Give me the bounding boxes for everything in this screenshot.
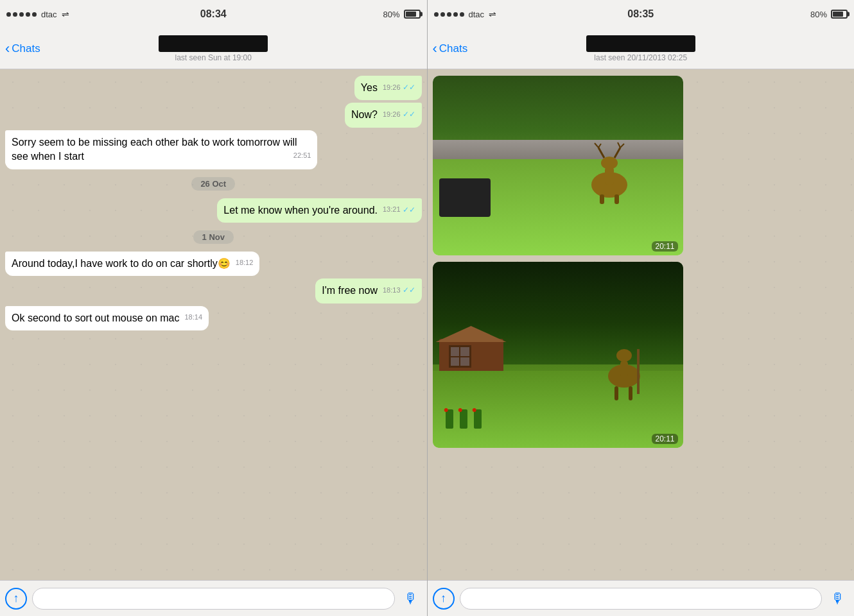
date-pill-26oct: 26 Oct: [191, 177, 235, 191]
bin-1: [439, 178, 491, 217]
message-row-img2: 20:11: [433, 262, 850, 448]
bubble-text-now: Now?: [351, 109, 378, 120]
left-nav-center: last seen Sun at 19:00: [159, 35, 268, 62]
signal-dot-3: [19, 12, 24, 17]
signal-dots: [6, 12, 37, 17]
date-separator-1nov: 1 Nov: [5, 230, 422, 244]
battery-pct-left: 80%: [383, 10, 399, 19]
left-back-button[interactable]: ‹ Chats: [5, 42, 40, 56]
svg-rect-14: [614, 386, 618, 400]
right-upload-button[interactable]: ↑: [433, 588, 455, 610]
message-row-sorry: Sorry seem to be missing each other bak …: [5, 130, 422, 169]
right-last-seen: last seen 20/11/2013 02:25: [594, 53, 687, 62]
signal-dot-2: [13, 12, 17, 17]
svg-rect-1: [605, 167, 614, 185]
back-chevron-right: ‹: [433, 42, 437, 56]
message-row-img1: 20:11: [433, 76, 850, 255]
r-signal-dot-5: [460, 12, 464, 17]
bubble-text-free: I'm free now: [322, 285, 378, 296]
left-mic-button[interactable]: 🎙: [400, 588, 422, 610]
bubble-sorry: Sorry seem to be missing each other bak …: [5, 130, 317, 169]
svg-point-2: [601, 157, 618, 169]
svg-line-10: [620, 144, 624, 148]
bubble-text-sorry: Sorry seem to be missing each other bak …: [12, 137, 297, 162]
message-row-oksecond: Ok second to sort out mouse on mac 18:14: [5, 306, 422, 330]
battery-icon-left: [404, 10, 421, 19]
right-input-bar: ↑ 🎙: [428, 580, 855, 616]
shed-window: [449, 345, 471, 368]
right-back-button[interactable]: ‹ Chats: [433, 42, 468, 56]
signal-dot-4: [26, 12, 30, 17]
carrier-name-right: dtac: [469, 10, 485, 19]
svg-rect-12: [620, 361, 628, 377]
bubble-oksecond: Ok second to sort out mouse on mac 18:14: [5, 306, 209, 330]
bubble-meta-letmeknow: 13:21 ✓✓: [383, 205, 415, 216]
bubble-text-yes: Yes: [361, 82, 378, 93]
bubble-now: Now? 19:26 ✓✓: [345, 103, 421, 127]
right-mic-button[interactable]: 🎙: [827, 588, 849, 610]
battery-icon-right: [831, 10, 848, 19]
signal-dot-5: [32, 12, 37, 17]
check-now: ✓✓: [403, 109, 415, 120]
r-signal-dot-2: [440, 12, 445, 17]
flower-1: [446, 409, 453, 429]
signal-dot-1: [6, 12, 11, 17]
svg-rect-4: [614, 194, 619, 204]
svg-line-7: [598, 144, 601, 148]
flower-3: [474, 409, 482, 429]
left-last-seen: last seen Sun at 19:00: [175, 53, 252, 62]
mic-icon-right: 🎙: [831, 590, 845, 607]
right-text-input[interactable]: [460, 588, 823, 610]
message-row-yes: Yes 19:26 ✓✓: [5, 76, 422, 100]
right-status-right: 80%: [810, 10, 848, 19]
check-yes: ✓✓: [403, 82, 415, 93]
bubble-meta-free: 18:13 ✓✓: [383, 285, 415, 296]
r-signal-dot-3: [447, 12, 451, 17]
left-phone-panel: dtac ⇌ 08:34 80% ‹ Chats last seen Sun a…: [0, 0, 427, 616]
back-label-right: Chats: [439, 42, 467, 55]
carrier-name-left: dtac: [41, 10, 57, 19]
r-signal-dot-4: [453, 12, 458, 17]
flowers-2: [446, 409, 482, 429]
bubble-meta-sorry: 22:51: [293, 151, 311, 160]
message-row-around: Around today,I have work to do on car sh…: [5, 252, 422, 276]
left-chat-area: Yes 19:26 ✓✓ Now? 19:26 ✓✓ Sorry seem to…: [0, 69, 427, 580]
battery-fill-right: [833, 12, 843, 17]
svg-line-6: [595, 143, 598, 148]
svg-line-5: [598, 148, 604, 158]
left-upload-button[interactable]: ↑: [5, 588, 27, 610]
bubble-around: Around today,I have work to do on car sh…: [5, 252, 259, 276]
svg-line-8: [614, 148, 620, 158]
bubble-meta-around: 18:12: [236, 258, 254, 268]
right-signal-dots: [434, 12, 464, 17]
deer-1: [587, 140, 632, 204]
right-status-bar: dtac ⇌ 08:35 80%: [428, 0, 855, 28]
date-separator-26oct: 26 Oct: [5, 177, 422, 191]
bubble-free: I'm free now 18:13 ✓✓: [315, 278, 421, 303]
battery-fill-left: [406, 12, 416, 17]
bubble-time-now: 19:26: [383, 110, 401, 119]
bubble-letmeknow: Let me know when you're around. 13:21 ✓✓: [217, 198, 421, 223]
right-status-left: dtac ⇌: [434, 9, 497, 19]
right-contact-name-redacted: [586, 35, 695, 52]
deer-2: [603, 330, 645, 403]
left-nav-bar: ‹ Chats last seen Sun at 19:00: [0, 28, 427, 69]
message-row-letmeknow: Let me know when you're around. 13:21 ✓✓: [5, 198, 422, 223]
svg-point-13: [616, 349, 632, 362]
wifi-icon-left: ⇌: [62, 9, 69, 19]
check-free: ✓✓: [403, 285, 415, 296]
date-pill-1nov: 1 Nov: [193, 230, 234, 244]
back-chevron-left: ‹: [5, 42, 10, 56]
left-status-left: dtac ⇌: [6, 9, 69, 19]
bubble-time-sorry: 22:51: [293, 151, 311, 160]
mic-icon-left: 🎙: [404, 590, 418, 607]
svg-line-9: [618, 142, 620, 148]
left-text-input[interactable]: [32, 588, 395, 610]
bubble-text-around: Around today,I have work to do on car sh…: [12, 258, 231, 269]
img-bubble-2: 20:11: [433, 262, 683, 448]
back-label-left: Chats: [12, 42, 40, 55]
bubble-text-letmeknow: Let me know when you're around.: [223, 205, 378, 216]
message-row-now: Now? 19:26 ✓✓: [5, 103, 422, 127]
deer-scene-1: 20:11: [433, 76, 683, 255]
r-signal-dot-1: [434, 12, 439, 17]
